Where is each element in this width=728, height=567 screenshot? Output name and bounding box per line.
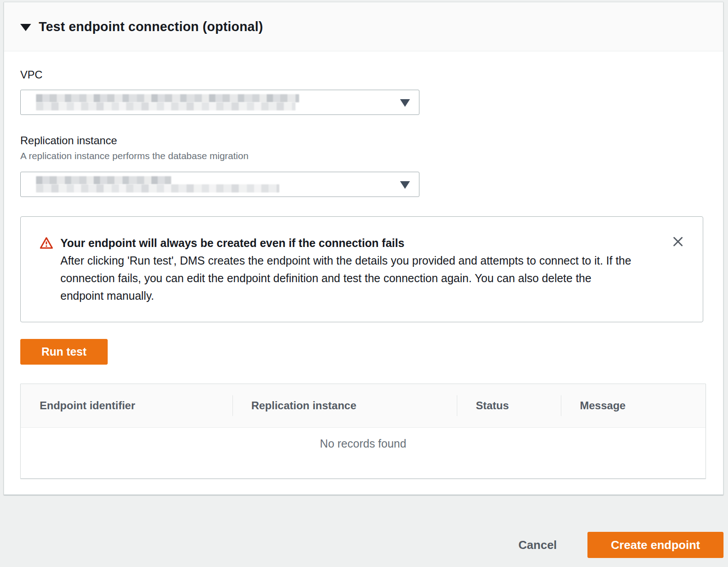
page: Test endpoint connection (optional) VPC …: [0, 0, 728, 567]
vpc-label: VPC: [20, 68, 707, 82]
alert-body: After clicking 'Run test', DMS creates t…: [60, 252, 637, 305]
replication-instance-label: Replication instance: [20, 134, 707, 147]
select-caret-icon: [400, 181, 410, 189]
select-caret-icon: [400, 99, 410, 107]
collapse-triangle-icon: [20, 24, 31, 31]
redacted-replication-value: [36, 176, 279, 192]
replication-instance-description: A replication instance performs the data…: [20, 150, 707, 162]
replication-instance-select[interactable]: [20, 172, 419, 197]
alert-title: Your endpoint will always be created eve…: [60, 234, 637, 252]
column-header-message: Message: [561, 384, 705, 427]
footer-actions: Cancel Create endpoint: [4, 532, 723, 558]
column-header-status: Status: [457, 384, 561, 427]
warning-triangle-icon: [40, 237, 53, 305]
warning-alert: Your endpoint will always be created eve…: [20, 216, 703, 322]
run-test-button[interactable]: Run test: [20, 339, 108, 365]
alert-close-button[interactable]: [670, 234, 686, 249]
section-header[interactable]: Test endpoint connection (optional): [4, 2, 723, 51]
vpc-select[interactable]: [20, 90, 419, 115]
table-body: No records found: [21, 428, 705, 478]
section-body: VPC Replication instance A replication i…: [4, 51, 723, 479]
empty-state-text: No records found: [21, 428, 705, 450]
column-header-replication-instance: Replication instance: [232, 384, 457, 427]
test-endpoint-section: Test endpoint connection (optional) VPC …: [4, 2, 723, 495]
close-icon: [671, 235, 685, 248]
create-endpoint-button[interactable]: Create endpoint: [587, 532, 723, 558]
alert-text: Your endpoint will always be created eve…: [60, 234, 637, 305]
table-header-row: Endpoint identifier Replication instance…: [21, 384, 705, 428]
redacted-vpc-value: [36, 94, 299, 110]
section-title: Test endpoint connection (optional): [39, 19, 263, 34]
cancel-button[interactable]: Cancel: [516, 538, 560, 553]
column-header-endpoint-identifier: Endpoint identifier: [21, 384, 232, 427]
test-results-table: Endpoint identifier Replication instance…: [20, 384, 706, 479]
